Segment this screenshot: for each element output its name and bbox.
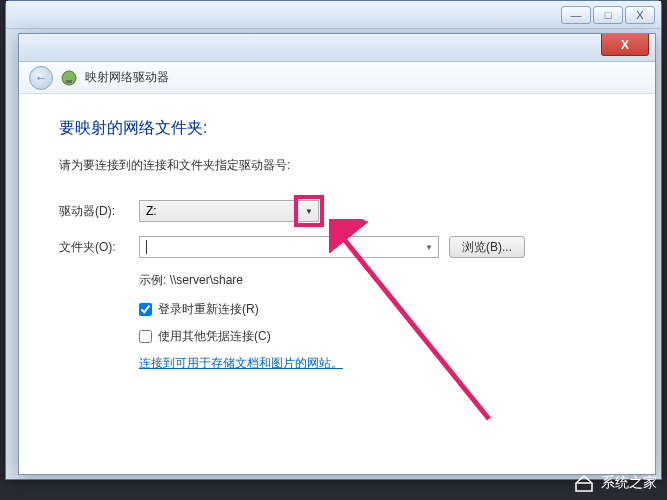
dialog-content: 要映射的网络文件夹: 请为要连接到的连接和文件夹指定驱动器号: 驱动器(D): … xyxy=(19,94,655,396)
dialog-close-button[interactable]: X xyxy=(601,34,649,56)
storage-website-link[interactable]: 连接到可用于存储文档和图片的网站。 xyxy=(139,355,615,372)
heading: 要映射的网络文件夹: xyxy=(59,118,615,139)
svg-rect-1 xyxy=(66,80,72,83)
browse-button[interactable]: 浏览(B)... xyxy=(449,236,525,258)
reconnect-checkbox[interactable] xyxy=(139,303,152,316)
parent-titlebar: — □ X xyxy=(6,1,661,29)
drive-value: Z: xyxy=(146,204,157,218)
credentials-checkbox[interactable] xyxy=(139,330,152,343)
nav-bar: ← 映射网络驱动器 xyxy=(19,62,655,94)
drive-dropdown[interactable]: Z: ▼ xyxy=(139,200,319,222)
credentials-label: 使用其他凭据连接(C) xyxy=(158,328,271,345)
reconnect-label: 登录时重新连接(R) xyxy=(158,301,259,318)
chevron-down-icon: ▼ xyxy=(300,201,318,221)
watermark: 系统之家 xyxy=(573,472,657,494)
close-button[interactable]: X xyxy=(625,6,655,24)
text-cursor xyxy=(146,240,147,254)
minimize-button[interactable]: — xyxy=(561,6,591,24)
credentials-row: 使用其他凭据连接(C) xyxy=(139,328,615,345)
back-arrow-icon: ← xyxy=(35,70,48,85)
drive-row: 驱动器(D): Z: ▼ xyxy=(59,200,615,222)
watermark-text: 系统之家 xyxy=(601,474,657,492)
example-text: 示例: \\server\share xyxy=(139,272,615,289)
parent-window: — □ X X ← 映射网络驱动器 要映射的网络文件夹: 请为要连接到的连接和文… xyxy=(5,0,662,480)
map-network-drive-dialog: X ← 映射网络驱动器 要映射的网络文件夹: 请为要连接到的连接和文件夹指定驱动… xyxy=(18,33,656,475)
drive-label: 驱动器(D): xyxy=(59,203,129,220)
folder-input[interactable]: ▼ xyxy=(139,236,439,258)
back-button[interactable]: ← xyxy=(29,66,53,90)
dialog-title: 映射网络驱动器 xyxy=(85,69,169,86)
chevron-down-icon: ▼ xyxy=(420,237,438,257)
reconnect-row: 登录时重新连接(R) xyxy=(139,301,615,318)
folder-label: 文件夹(O): xyxy=(59,239,129,256)
instruction-text: 请为要连接到的连接和文件夹指定驱动器号: xyxy=(59,157,615,174)
dialog-titlebar: X xyxy=(19,34,655,62)
network-drive-icon xyxy=(61,70,77,86)
maximize-button[interactable]: □ xyxy=(593,6,623,24)
house-icon xyxy=(573,472,595,494)
folder-row: 文件夹(O): ▼ 浏览(B)... xyxy=(59,236,615,258)
